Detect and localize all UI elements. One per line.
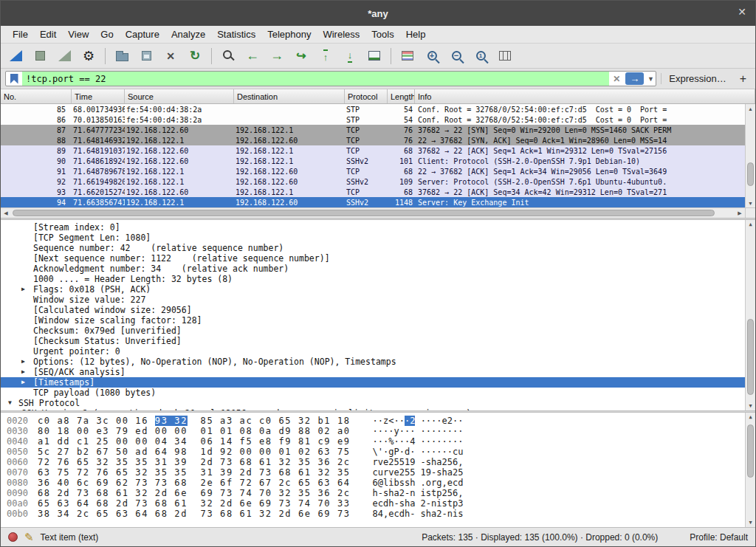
zoom-out-button[interactable] (444, 46, 468, 66)
menu-capture[interactable]: Capture (120, 27, 165, 42)
scroll-left-icon[interactable] (1, 208, 11, 218)
add-filter-button[interactable]: + (735, 72, 751, 86)
vscroll-track[interactable] (746, 229, 755, 402)
scroll-down-icon[interactable] (746, 518, 755, 527)
detail-row[interactable]: [Window size scaling factor: 128] (1, 315, 755, 326)
hscroll-track[interactable] (11, 208, 735, 218)
detail-row[interactable]: Urgent pointer: 0 (1, 346, 755, 357)
packet-row[interactable]: 9071.648618924192.168.122.60192.168.122.… (1, 156, 755, 166)
auto-scroll-button[interactable] (362, 46, 386, 66)
vscroll-track[interactable] (746, 422, 755, 518)
detail-row[interactable]: Acknowledgment number: 34 (relative ack … (1, 264, 755, 274)
find-packet-button[interactable] (216, 46, 240, 66)
vscroll-thumb[interactable] (747, 162, 754, 185)
packet-row[interactable]: 8871.648146932192.168.122.1192.168.122.6… (1, 135, 755, 145)
hex-vscrollbar[interactable] (745, 413, 755, 527)
vscroll-track[interactable] (746, 113, 755, 199)
zoom-in-button[interactable] (420, 46, 444, 66)
edit-pencil-icon[interactable] (24, 531, 34, 544)
go-first-button[interactable] (314, 46, 337, 66)
detail-row[interactable]: ▶Options: (12 bytes), No-Operation (NOP)… (1, 357, 755, 367)
menu-edit[interactable]: Edit (34, 27, 62, 42)
detail-row[interactable]: [Calculated window size: 29056] (1, 305, 755, 315)
go-to-packet-button[interactable] (289, 46, 313, 66)
column-header-protocol[interactable]: Protocol (345, 89, 388, 103)
menu-telephony[interactable]: Telephony (261, 27, 317, 42)
menu-help[interactable]: Help (400, 27, 432, 42)
detail-row[interactable]: [Stream index: 0] (1, 222, 755, 233)
detail-row[interactable]: [Next sequence number: 1122 (relative se… (1, 253, 755, 264)
scroll-up-icon[interactable] (746, 220, 755, 229)
go-back-button[interactable] (241, 46, 264, 66)
packet-row[interactable]: 8568.001734936fe:54:00:d4:38:2aSTP54Conf… (1, 104, 755, 114)
packet-row[interactable]: 9471.663856741192.168.122.1192.168.122.6… (1, 197, 755, 207)
hex-row[interactable]: 007063 75 72 76 65 32 35 35 31 39 2d 73 … (7, 467, 755, 478)
packet-list-vscrollbar[interactable] (745, 104, 755, 207)
zoom-original-button[interactable] (469, 46, 492, 66)
open-file-button[interactable] (110, 46, 134, 66)
packet-row[interactable]: 9171.648789678192.168.122.1192.168.122.6… (1, 166, 755, 176)
filter-bookmark-button[interactable] (6, 74, 22, 84)
packet-row[interactable]: 8670.013850163fe:54:00:d4:38:2aSTP54Conf… (1, 114, 755, 125)
detail-row[interactable]: [Checksum Status: Unverified] (1, 336, 755, 346)
hscroll-thumb[interactable] (13, 210, 715, 216)
detail-row[interactable]: SSH Version 2 (encryption:chacha20-poly1… (1, 408, 755, 410)
close-file-button[interactable] (159, 46, 182, 66)
column-header-source[interactable]: Source (125, 89, 234, 103)
menu-statistics[interactable]: Statistics (211, 27, 261, 42)
detail-row[interactable]: ▶[Timestamps] (1, 377, 755, 388)
vscroll-thumb[interactable] (747, 424, 754, 478)
menu-wireless[interactable]: Wireless (317, 27, 365, 42)
detail-row[interactable]: Sequence number: 42 (relative sequence n… (1, 243, 755, 253)
expander-closed-icon[interactable]: ▶ (21, 284, 25, 295)
hex-row[interactable]: 009068 2d 73 68 61 32 2d 6e 69 73 74 70 … (7, 488, 755, 498)
start-capture-button[interactable] (4, 46, 27, 66)
expander-closed-icon[interactable]: ▶ (21, 357, 25, 367)
expander-closed-icon[interactable]: ▶ (21, 377, 25, 388)
detail-row[interactable]: ▶[SEQ/ACK analysis] (1, 367, 755, 377)
detail-row[interactable]: Checksum: 0x79ed [unverified] (1, 326, 755, 336)
column-header-info[interactable]: Info (415, 89, 755, 103)
hex-row[interactable]: 0020c0 a8 7a 3c 00 16 93 32 85 a3 ac c0 … (7, 416, 755, 426)
scroll-down-icon[interactable] (746, 402, 755, 410)
go-forward-button[interactable] (265, 46, 289, 66)
column-header-no[interactable]: No. (1, 89, 72, 103)
details-vscrollbar[interactable] (745, 220, 755, 410)
menu-go[interactable]: Go (94, 27, 119, 42)
packet-list-hscrollbar[interactable] (1, 207, 755, 218)
column-header-length[interactable]: Length (388, 89, 415, 103)
expander-closed-icon[interactable]: ▶ (21, 367, 25, 377)
hex-row[interactable]: 006072 76 65 32 35 35 31 39 2d 73 68 61 … (7, 457, 755, 467)
menu-analyze[interactable]: Analyze (165, 27, 211, 42)
scroll-right-icon[interactable] (735, 208, 745, 218)
hex-row[interactable]: 00a065 63 64 68 2d 73 68 61 32 2d 6e 69 … (7, 498, 755, 509)
stop-capture-button[interactable] (28, 46, 52, 66)
expander-open-icon[interactable]: ▼ (8, 398, 12, 408)
packet-row[interactable]: 8971.648191037192.168.122.60192.168.122.… (1, 145, 755, 156)
expression-button[interactable]: Expression… (661, 73, 730, 84)
packet-row[interactable]: 9371.662015274192.168.122.60192.168.122.… (1, 187, 755, 197)
hex-row[interactable]: 008036 40 6c 69 62 73 73 68 2e 6f 72 67 … (7, 478, 755, 488)
menu-view[interactable]: View (62, 27, 94, 42)
column-header-time[interactable]: Time (72, 89, 125, 103)
resize-columns-button[interactable] (493, 46, 517, 66)
status-profile[interactable]: Profile: Default (690, 532, 748, 543)
column-header-destination[interactable]: Destination (234, 89, 345, 103)
detail-row[interactable]: ▼SSH Protocol (1, 398, 755, 408)
go-last-button[interactable] (338, 46, 362, 66)
packet-row[interactable]: 9271.661949820192.168.122.1192.168.122.6… (1, 176, 755, 187)
restart-capture-button[interactable] (52, 46, 76, 66)
close-window-icon[interactable] (738, 7, 746, 17)
reload-button[interactable] (183, 46, 207, 66)
detail-row[interactable]: TCP payload (1080 bytes) (1, 388, 755, 398)
clear-filter-icon[interactable] (609, 74, 624, 84)
hex-row[interactable]: 003080 18 00 e3 79 ed 00 00 01 01 08 0a … (7, 426, 755, 436)
packet-row[interactable]: 8771.647777234192.168.122.60192.168.122.… (1, 125, 755, 135)
detail-row[interactable]: ▶Flags: 0x018 (PSH, ACK) (1, 284, 755, 295)
scroll-up-icon[interactable] (746, 413, 755, 422)
filter-input[interactable]: !tcp.port == 22 (22, 72, 609, 86)
hex-row[interactable]: 00505c 27 b2 67 50 ad 64 98 1d 92 00 00 … (7, 447, 755, 457)
vscroll-thumb[interactable] (747, 319, 754, 395)
colorize-button[interactable] (396, 46, 419, 66)
apply-filter-icon[interactable] (625, 72, 644, 85)
